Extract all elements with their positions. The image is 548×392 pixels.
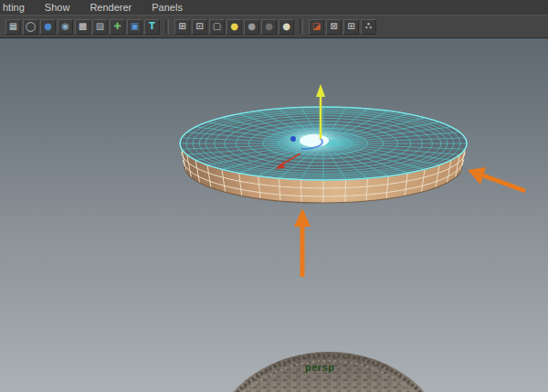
two-point-lighting-icon[interactable]: ⊡ xyxy=(192,19,207,35)
menu-item-show[interactable]: Show xyxy=(45,2,70,13)
isolate-select-icon[interactable]: ◪ xyxy=(309,19,324,35)
ambient-occlusion-icon[interactable]: ● xyxy=(279,19,294,35)
checker-display-icon[interactable]: ▩ xyxy=(75,19,90,35)
xray-display-icon[interactable]: ▨ xyxy=(92,19,108,35)
annotation-arrow-bottom xyxy=(294,208,311,277)
frame-all-icon[interactable]: ⊞ xyxy=(343,19,359,35)
smooth-shade-icon[interactable]: ● xyxy=(40,19,56,35)
toolbar-separator xyxy=(165,19,169,34)
viewport-canvas[interactable] xyxy=(0,38,548,392)
perspective-viewport[interactable]: persp xyxy=(0,38,548,392)
maya-window: hting Show Renderer Panels ▦◯●◉▩▨✚▣T⊞⊡▢●… xyxy=(0,0,548,392)
menu-item-lighting[interactable]: hting xyxy=(3,2,25,13)
menu-item-renderer[interactable]: Renderer xyxy=(90,2,132,13)
textured-shade-icon[interactable]: ◉ xyxy=(58,19,73,35)
selection-glow-core xyxy=(300,134,329,147)
texture-display-icon[interactable]: T xyxy=(144,19,160,35)
arrow-head xyxy=(468,167,486,185)
camera-label: persp xyxy=(305,362,334,373)
toolbar-icon-group: ▦◯●◉▩▨✚▣T⊞⊡▢●●●●◪⊠⊞∴ xyxy=(5,19,376,35)
frame-selection-icon[interactable]: ⊠ xyxy=(326,19,342,35)
manipulator-y-arrowhead[interactable] xyxy=(316,84,325,97)
all-lights-icon[interactable]: ▢ xyxy=(209,19,225,35)
wireframe-display-icon[interactable]: ◯ xyxy=(23,19,38,35)
default-material-icon[interactable]: ✚ xyxy=(110,19,125,35)
arrow-shaft xyxy=(483,175,525,191)
annotation-arrow-right xyxy=(468,167,525,191)
toolbar: ▦◯●◉▩▨✚▣T⊞⊡▢●●●●◪⊠⊞∴ xyxy=(0,15,548,38)
menu-item-panels[interactable]: Panels xyxy=(152,2,183,13)
hypergraph-icon[interactable]: ∴ xyxy=(361,19,376,35)
shadows-icon[interactable]: ● xyxy=(261,19,277,35)
manipulator-z-handle[interactable] xyxy=(290,136,296,142)
use-default-lighting-icon[interactable]: ⊞ xyxy=(174,19,190,35)
menu-bar: hting Show Renderer Panels xyxy=(0,0,548,15)
uv-display-icon[interactable]: ▣ xyxy=(127,19,142,35)
polygon-disc[interactable] xyxy=(180,107,467,203)
toolbar-separator xyxy=(300,19,303,34)
grid-display-icon[interactable]: ▦ xyxy=(5,19,21,35)
light-on-icon[interactable]: ● xyxy=(227,19,242,35)
arrow-head xyxy=(294,208,311,227)
light-off-icon[interactable]: ● xyxy=(244,19,259,35)
